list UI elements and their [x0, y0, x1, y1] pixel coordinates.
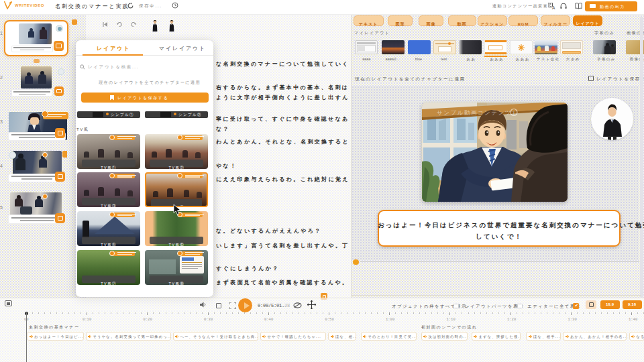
- svg-text:A: A: [552, 5, 555, 9]
- svg-text:i: i: [513, 110, 515, 116]
- svg-text:サンプル動画コンテンツ: サンプル動画コンテンツ: [437, 109, 512, 116]
